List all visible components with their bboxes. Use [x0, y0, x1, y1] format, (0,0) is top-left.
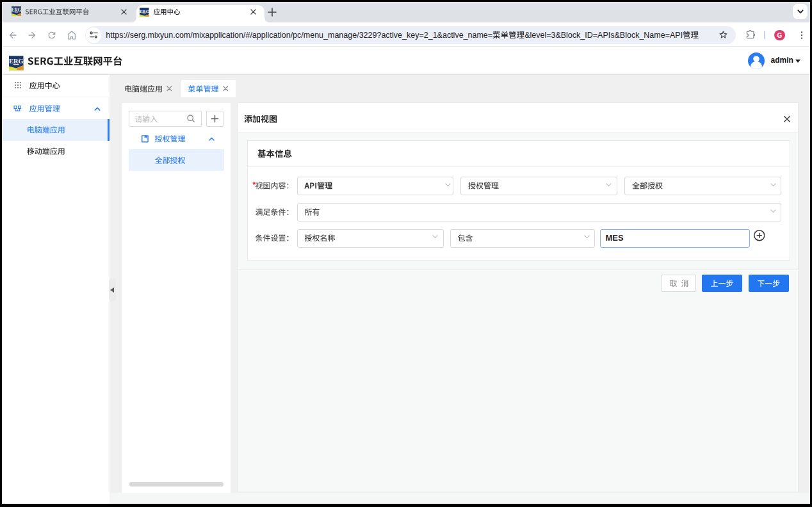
svg-text:ERG: ERG: [12, 8, 21, 13]
svg-text:ERG: ERG: [9, 58, 23, 65]
